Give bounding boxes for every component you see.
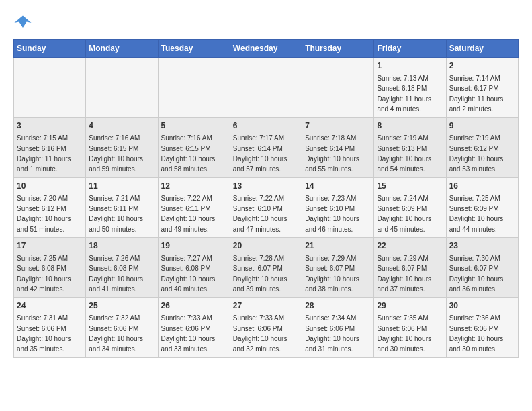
day-number: 29 [377, 300, 443, 312]
day-cell: 16Sunrise: 7:25 AM Sunset: 6:09 PM Dayli… [446, 177, 518, 237]
column-header-thursday: Thursday [302, 40, 374, 58]
day-number: 16 [449, 181, 515, 192]
day-cell [302, 58, 374, 118]
day-cell: 17Sunrise: 7:25 AM Sunset: 6:08 PM Dayli… [14, 238, 86, 298]
day-cell: 4Sunrise: 7:16 AM Sunset: 6:15 PM Daylig… [86, 118, 158, 177]
day-number: 15 [377, 181, 443, 192]
day-cell: 23Sunrise: 7:30 AM Sunset: 6:07 PM Dayli… [446, 238, 518, 298]
day-info: Sunrise: 7:28 AM Sunset: 6:07 PM Dayligh… [233, 255, 287, 293]
day-number: 11 [89, 181, 154, 192]
day-number: 30 [449, 300, 515, 312]
day-cell: 10Sunrise: 7:20 AM Sunset: 6:12 PM Dayli… [14, 177, 86, 237]
page-header [13, 13, 519, 32]
logo-icon [13, 13, 32, 32]
day-number: 5 [161, 120, 227, 132]
day-info: Sunrise: 7:15 AM Sunset: 6:16 PM Dayligh… [17, 134, 71, 173]
day-info: Sunrise: 7:33 AM Sunset: 6:06 PM Dayligh… [161, 314, 216, 353]
day-number: 12 [161, 181, 227, 192]
day-info: Sunrise: 7:21 AM Sunset: 6:11 PM Dayligh… [89, 195, 143, 233]
day-cell: 26Sunrise: 7:33 AM Sunset: 6:06 PM Dayli… [158, 298, 230, 357]
day-number: 24 [17, 300, 83, 312]
day-cell: 3Sunrise: 7:15 AM Sunset: 6:16 PM Daylig… [14, 118, 86, 177]
day-number: 8 [377, 120, 443, 132]
day-cell: 5Sunrise: 7:16 AM Sunset: 6:15 PM Daylig… [158, 118, 230, 177]
day-cell: 13Sunrise: 7:22 AM Sunset: 6:10 PM Dayli… [230, 177, 302, 237]
svg-marker-0 [14, 16, 31, 28]
day-info: Sunrise: 7:29 AM Sunset: 6:07 PM Dayligh… [377, 255, 431, 293]
day-number: 25 [89, 300, 154, 312]
day-number: 18 [89, 240, 154, 252]
week-row-2: 3Sunrise: 7:15 AM Sunset: 6:16 PM Daylig… [14, 118, 519, 177]
day-info: Sunrise: 7:19 AM Sunset: 6:13 PM Dayligh… [377, 134, 431, 173]
column-header-tuesday: Tuesday [158, 40, 230, 58]
calendar-header: SundayMondayTuesdayWednesdayThursdayFrid… [14, 40, 519, 58]
day-number: 19 [161, 240, 227, 252]
day-info: Sunrise: 7:20 AM Sunset: 6:12 PM Dayligh… [17, 195, 71, 233]
day-cell: 18Sunrise: 7:26 AM Sunset: 6:08 PM Dayli… [86, 238, 158, 298]
week-row-3: 10Sunrise: 7:20 AM Sunset: 6:12 PM Dayli… [14, 177, 519, 237]
day-cell [86, 58, 158, 118]
day-info: Sunrise: 7:34 AM Sunset: 6:06 PM Dayligh… [305, 314, 359, 353]
day-info: Sunrise: 7:16 AM Sunset: 6:15 PM Dayligh… [89, 134, 143, 173]
day-number: 14 [305, 181, 371, 192]
day-cell: 1Sunrise: 7:13 AM Sunset: 6:18 PM Daylig… [374, 58, 446, 118]
day-info: Sunrise: 7:29 AM Sunset: 6:07 PM Dayligh… [305, 255, 359, 293]
day-number: 7 [305, 120, 371, 132]
week-row-1: 1Sunrise: 7:13 AM Sunset: 6:18 PM Daylig… [14, 58, 519, 118]
day-cell: 21Sunrise: 7:29 AM Sunset: 6:07 PM Dayli… [302, 238, 374, 298]
day-number: 10 [17, 181, 83, 192]
day-cell: 2Sunrise: 7:14 AM Sunset: 6:17 PM Daylig… [446, 58, 518, 118]
day-number: 27 [233, 300, 299, 312]
column-header-sunday: Sunday [14, 40, 86, 58]
calendar-table: SundayMondayTuesdayWednesdayThursdayFrid… [13, 39, 519, 358]
day-cell: 9Sunrise: 7:19 AM Sunset: 6:12 PM Daylig… [446, 118, 518, 177]
day-info: Sunrise: 7:26 AM Sunset: 6:08 PM Dayligh… [89, 255, 143, 293]
column-header-friday: Friday [374, 40, 446, 58]
day-number: 22 [377, 240, 443, 252]
day-number: 28 [305, 300, 371, 312]
day-info: Sunrise: 7:18 AM Sunset: 6:14 PM Dayligh… [305, 134, 359, 173]
day-info: Sunrise: 7:32 AM Sunset: 6:06 PM Dayligh… [89, 314, 143, 353]
day-cell: 19Sunrise: 7:27 AM Sunset: 6:08 PM Dayli… [158, 238, 230, 298]
day-cell: 29Sunrise: 7:35 AM Sunset: 6:06 PM Dayli… [374, 298, 446, 357]
day-info: Sunrise: 7:25 AM Sunset: 6:09 PM Dayligh… [449, 195, 504, 233]
week-row-4: 17Sunrise: 7:25 AM Sunset: 6:08 PM Dayli… [14, 238, 519, 298]
day-info: Sunrise: 7:16 AM Sunset: 6:15 PM Dayligh… [161, 134, 216, 173]
day-number: 4 [89, 120, 154, 132]
day-number: 26 [161, 300, 227, 312]
day-info: Sunrise: 7:36 AM Sunset: 6:06 PM Dayligh… [449, 314, 504, 353]
day-info: Sunrise: 7:22 AM Sunset: 6:11 PM Dayligh… [161, 195, 216, 233]
day-cell: 30Sunrise: 7:36 AM Sunset: 6:06 PM Dayli… [446, 298, 518, 357]
day-info: Sunrise: 7:23 AM Sunset: 6:10 PM Dayligh… [305, 195, 359, 233]
logo [13, 13, 35, 32]
day-number: 20 [233, 240, 299, 252]
day-number: 3 [17, 120, 83, 132]
day-cell: 25Sunrise: 7:32 AM Sunset: 6:06 PM Dayli… [86, 298, 158, 357]
day-cell: 14Sunrise: 7:23 AM Sunset: 6:10 PM Dayli… [302, 177, 374, 237]
day-cell: 15Sunrise: 7:24 AM Sunset: 6:09 PM Dayli… [374, 177, 446, 237]
header-row: SundayMondayTuesdayWednesdayThursdayFrid… [14, 40, 519, 58]
day-cell: 12Sunrise: 7:22 AM Sunset: 6:11 PM Dayli… [158, 177, 230, 237]
day-info: Sunrise: 7:33 AM Sunset: 6:06 PM Dayligh… [233, 314, 287, 353]
calendar-body: 1Sunrise: 7:13 AM Sunset: 6:18 PM Daylig… [14, 58, 519, 358]
day-number: 23 [449, 240, 515, 252]
day-number: 17 [17, 240, 83, 252]
week-row-5: 24Sunrise: 7:31 AM Sunset: 6:06 PM Dayli… [14, 298, 519, 357]
day-cell: 6Sunrise: 7:17 AM Sunset: 6:14 PM Daylig… [230, 118, 302, 177]
day-info: Sunrise: 7:25 AM Sunset: 6:08 PM Dayligh… [17, 255, 71, 293]
day-number: 1 [377, 60, 443, 72]
day-number: 21 [305, 240, 371, 252]
day-info: Sunrise: 7:17 AM Sunset: 6:14 PM Dayligh… [233, 134, 287, 173]
day-cell: 8Sunrise: 7:19 AM Sunset: 6:13 PM Daylig… [374, 118, 446, 177]
day-info: Sunrise: 7:27 AM Sunset: 6:08 PM Dayligh… [161, 255, 216, 293]
day-info: Sunrise: 7:14 AM Sunset: 6:17 PM Dayligh… [449, 75, 504, 113]
day-cell: 28Sunrise: 7:34 AM Sunset: 6:06 PM Dayli… [302, 298, 374, 357]
day-info: Sunrise: 7:22 AM Sunset: 6:10 PM Dayligh… [233, 195, 287, 233]
day-cell: 20Sunrise: 7:28 AM Sunset: 6:07 PM Dayli… [230, 238, 302, 298]
day-cell: 27Sunrise: 7:33 AM Sunset: 6:06 PM Dayli… [230, 298, 302, 357]
day-info: Sunrise: 7:19 AM Sunset: 6:12 PM Dayligh… [449, 134, 504, 173]
day-number: 6 [233, 120, 299, 132]
day-info: Sunrise: 7:35 AM Sunset: 6:06 PM Dayligh… [377, 314, 431, 353]
day-cell [14, 58, 86, 118]
column-header-saturday: Saturday [446, 40, 518, 58]
